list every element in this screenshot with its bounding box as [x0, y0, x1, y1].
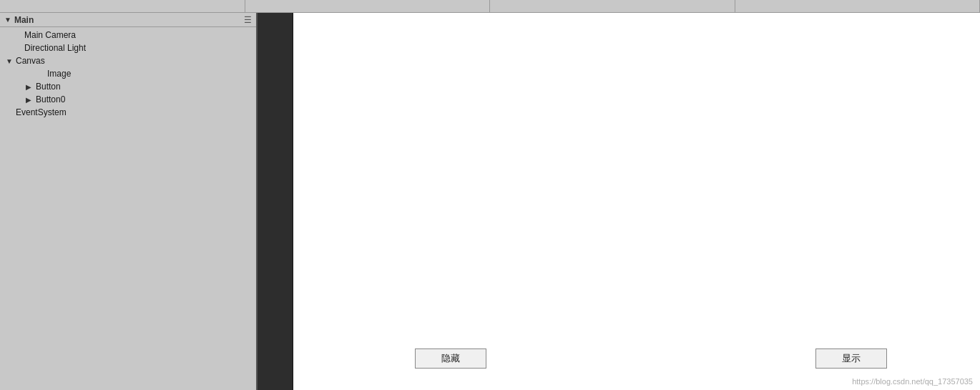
list-item[interactable]: ▶ Button: [0, 80, 256, 93]
topbar-seg1: [0, 0, 245, 12]
tree-item-label: Canvas: [16, 56, 45, 66]
hierarchy-arrow: ▼: [4, 16, 11, 24]
game-panel: 隐藏 显示 https://blog.csdn.net/qq_17357035: [293, 13, 980, 390]
hierarchy-content: Main Camera Directional Light ▼ Canvas I…: [0, 27, 256, 390]
topbar-seg2: [245, 0, 491, 12]
topbar-seg4: [735, 0, 981, 12]
list-item[interactable]: EventSystem: [0, 106, 256, 119]
list-item[interactable]: ▼ Canvas: [0, 54, 256, 67]
hierarchy-title-label: Main: [14, 15, 34, 25]
top-bar: [0, 0, 980, 13]
tree-item-label: Directional Light: [24, 43, 86, 53]
topbar-seg3: [490, 0, 735, 12]
hierarchy-panel: ▼ Main ☰ Main Camera Directional Light ▼…: [0, 13, 258, 390]
list-item[interactable]: Directional Light: [0, 42, 256, 54]
hide-button[interactable]: 隐藏: [415, 348, 486, 369]
list-item[interactable]: Image: [0, 67, 256, 80]
list-item[interactable]: Main Camera: [0, 29, 256, 42]
dark-separator: [258, 13, 293, 390]
tree-item-label: EventSystem: [16, 107, 67, 117]
watermark: https://blog.csdn.net/qq_17357035: [852, 377, 973, 386]
tree-item-label: Button: [36, 82, 61, 92]
main-layout: ▼ Main ☰ Main Camera Directional Light ▼…: [0, 13, 980, 390]
hierarchy-title: ▼ Main: [4, 15, 34, 25]
tree-arrow: ▶: [26, 83, 34, 91]
list-item[interactable]: ▶ Button0: [0, 93, 256, 106]
game-content: 隐藏 显示 https://blog.csdn.net/qq_17357035: [293, 13, 980, 390]
tree-arrow: ▼: [6, 57, 14, 65]
hierarchy-header: ▼ Main ☰: [0, 13, 256, 27]
tree-item-label: Image: [47, 69, 71, 79]
tree-arrow: ▶: [26, 96, 34, 104]
show-button[interactable]: 显示: [815, 348, 887, 369]
tree-item-label: Main Camera: [24, 30, 76, 40]
tree-item-label: Button0: [36, 94, 65, 104]
hierarchy-menu-icon[interactable]: ☰: [244, 15, 252, 25]
